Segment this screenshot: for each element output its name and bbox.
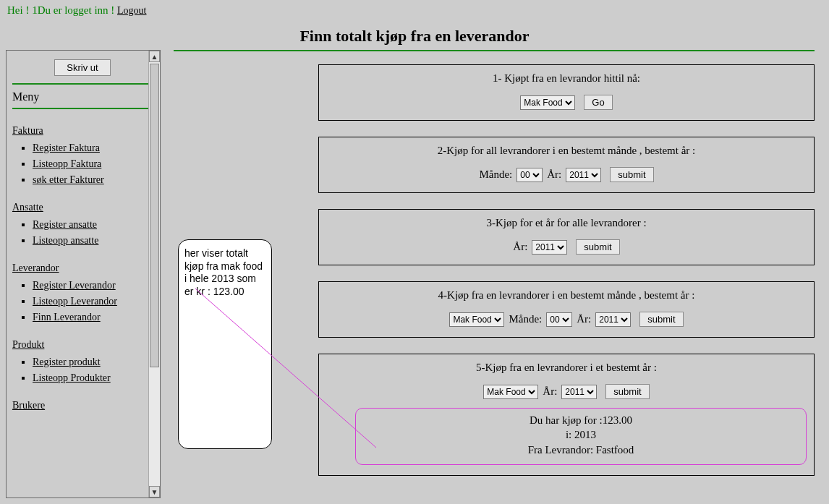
section-produkt: Produkt xyxy=(12,339,153,351)
sidebar-item-register-ansatte[interactable]: Register ansatte xyxy=(33,219,97,230)
divider xyxy=(12,108,153,109)
year-label-4: År: xyxy=(577,313,591,325)
month-select-4[interactable]: 00 xyxy=(546,312,572,327)
block-3-title: 3-Kjøp for et år for alle levrandorer : xyxy=(326,217,807,229)
menu-heading: Meny xyxy=(12,90,153,103)
year-label-5: År: xyxy=(543,385,557,398)
supplier-select-5[interactable]: Mak Food xyxy=(483,385,538,399)
section-ansatte: Ansatte xyxy=(12,202,153,213)
block-1: 1- Kjøpt fra en levrandor hittil nå: Mak… xyxy=(318,64,815,121)
sidebar-item-sok-fakturer[interactable]: søk etter Fakturer xyxy=(33,174,104,185)
year-select-2[interactable]: 2011 xyxy=(566,168,601,182)
sidebar-item-listeopp-ansatte[interactable]: Listeopp ansatte xyxy=(33,235,98,246)
result-line-1: Du har kjøp for :123.00 xyxy=(363,413,799,427)
submit-button-3[interactable]: submit xyxy=(576,239,619,255)
block-4: 4-Kjøp fra en levrandorer i en bestemt m… xyxy=(318,281,815,338)
month-select-2[interactable]: 00 xyxy=(516,168,543,182)
block-5: 5-Kjøp fra en levrandorer i et bestemt å… xyxy=(318,354,815,476)
logout-link[interactable]: Logout xyxy=(117,5,146,16)
scroll-up-icon[interactable]: ▲ xyxy=(149,51,160,62)
block-1-title: 1- Kjøpt fra en levrandor hittil nå: xyxy=(326,72,807,85)
divider xyxy=(12,83,153,85)
block-4-title: 4-Kjøp fra en levrandorer i en bestemt m… xyxy=(326,289,807,302)
section-brukere: Brukere xyxy=(12,400,153,411)
print-button[interactable]: Skriv ut xyxy=(54,59,110,76)
top-bar: Hei ! 1Du er logget inn ! Logout xyxy=(0,0,829,20)
submit-button-4[interactable]: submit xyxy=(639,312,683,327)
sidebar-item-listeopp-produkter[interactable]: Listeopp Produkter xyxy=(33,372,111,383)
supplier-select-1[interactable]: Mak Food xyxy=(520,95,575,110)
result-line-3: Fra Levrandor: Fastfood xyxy=(363,443,799,457)
sidebar-item-register-produkt[interactable]: Register produkt xyxy=(33,356,101,367)
title-divider xyxy=(174,50,815,51)
section-leverandor: Leverandor xyxy=(12,262,153,274)
year-label-2: År: xyxy=(547,168,561,181)
year-select-3[interactable]: 2011 xyxy=(532,240,567,255)
sidebar-item-listeopp-leverandor[interactable]: Listeopp Leverandor xyxy=(33,296,117,307)
go-button-1[interactable]: Go xyxy=(584,95,612,110)
month-label-4: Månde: xyxy=(509,313,542,325)
annotation-note: her viser totalt kjøp fra mak food i hel… xyxy=(178,239,272,449)
block-3: 3-Kjøp for et år for alle levrandorer : … xyxy=(318,209,815,265)
block-2: 2-Kjøp for all levrandorer i en bestemt … xyxy=(318,137,815,193)
result-line-2: i: 2013 xyxy=(363,427,799,442)
page-title: Finn totalt kjøp fra en leverandor xyxy=(0,27,829,46)
year-select-4[interactable]: 2011 xyxy=(595,312,631,327)
block-2-title: 2-Kjøp for all levrandorer i en bestemt … xyxy=(326,145,807,157)
sidebar: Skriv ut Meny Faktura Register Faktura L… xyxy=(6,50,161,498)
sidebar-item-listeopp-faktura[interactable]: Listeopp Faktura xyxy=(33,158,101,169)
submit-button-2[interactable]: submit xyxy=(610,167,653,182)
sidebar-item-finn-leverandor[interactable]: Finn Leverandor xyxy=(33,312,101,323)
year-select-5[interactable]: 2011 xyxy=(561,385,597,399)
scroll-down-icon[interactable]: ▼ xyxy=(149,486,160,497)
supplier-select-4[interactable]: Mak Food xyxy=(449,312,504,327)
section-faktura: Faktura xyxy=(12,125,153,137)
scroll-thumb[interactable] xyxy=(150,64,159,367)
sidebar-scrollbar[interactable]: ▲ ▼ xyxy=(148,51,160,497)
block-5-title: 5-Kjøp fra en levrandorer i et bestemt å… xyxy=(326,362,807,374)
greeting-text: Hei ! 1Du er logget inn ! xyxy=(7,4,114,16)
year-label-3: År: xyxy=(513,241,527,253)
submit-button-5[interactable]: submit xyxy=(605,384,649,399)
sidebar-item-register-leverandor[interactable]: Register Leverandor xyxy=(33,280,116,291)
month-label-2: Månde: xyxy=(479,168,512,181)
sidebar-item-register-faktura[interactable]: Register Faktura xyxy=(33,142,100,153)
result-box: Du har kjøp for :123.00 i: 2013 Fra Levr… xyxy=(355,408,807,465)
